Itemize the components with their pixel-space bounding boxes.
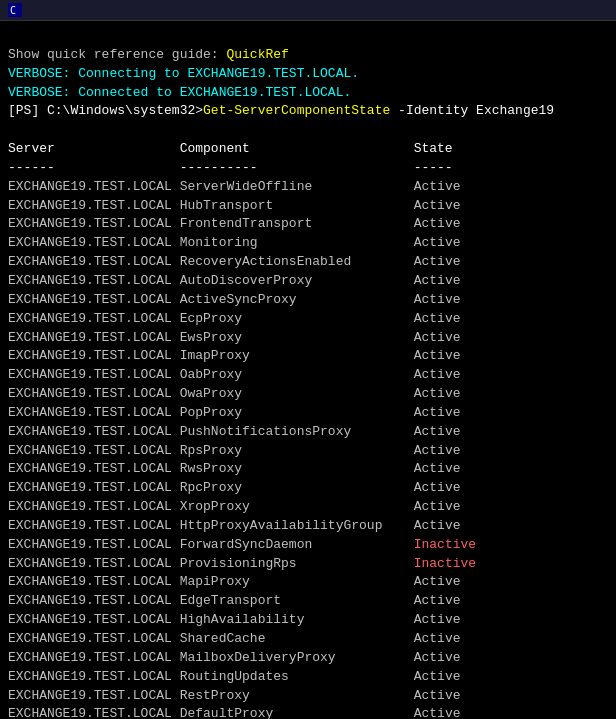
table-cell-component: EcpProxy — [180, 311, 414, 326]
table-cell-state: Inactive — [414, 537, 476, 552]
table-cell-state: Active — [414, 367, 461, 382]
table-cell-state: Active — [414, 292, 461, 307]
table-cell-state: Active — [414, 348, 461, 363]
terminal-line: EXCHANGE19.TEST.LOCAL HighAvailability A… — [8, 611, 608, 630]
terminal-line: EXCHANGE19.TEST.LOCAL OabProxy Active — [8, 366, 608, 385]
table-cell-server: EXCHANGE19.TEST.LOCAL — [8, 688, 180, 703]
table-cell-component: OabProxy — [180, 367, 414, 382]
table-cell-state: Active — [414, 235, 461, 250]
terminal-line: EXCHANGE19.TEST.LOCAL ProvisioningRps In… — [8, 555, 608, 574]
table-cell-server: EXCHANGE19.TEST.LOCAL — [8, 330, 180, 345]
table-cell-server: EXCHANGE19.TEST.LOCAL — [8, 311, 180, 326]
table-cell-component: HubTransport — [180, 198, 414, 213]
table-cell-component: MapiProxy — [180, 574, 414, 589]
table-cell-state: Active — [414, 198, 461, 213]
table-cell-server: EXCHANGE19.TEST.LOCAL — [8, 631, 180, 646]
terminal-line: Server Component State — [8, 140, 608, 159]
table-cell-state: Active — [414, 518, 461, 533]
table-cell-server: EXCHANGE19.TEST.LOCAL — [8, 179, 180, 194]
table-cell-server: EXCHANGE19.TEST.LOCAL — [8, 292, 180, 307]
table-cell-component: ProvisioningRps — [180, 556, 414, 571]
terminal-line: EXCHANGE19.TEST.LOCAL HttpProxyAvailabil… — [8, 517, 608, 536]
terminal-text: QuickRef — [226, 47, 288, 62]
table-cell-server: EXCHANGE19.TEST.LOCAL — [8, 574, 180, 589]
table-cell-server: EXCHANGE19.TEST.LOCAL — [8, 669, 180, 684]
table-cell-component: EwsProxy — [180, 330, 414, 345]
table-cell-state: Active — [414, 386, 461, 401]
terminal-line: EXCHANGE19.TEST.LOCAL MailboxDeliveryPro… — [8, 649, 608, 668]
terminal-line: EXCHANGE19.TEST.LOCAL ServerWideOffline … — [8, 178, 608, 197]
table-cell-state: Active — [414, 650, 461, 665]
table-cell-server: EXCHANGE19.TEST.LOCAL — [8, 612, 180, 627]
table-cell-server: EXCHANGE19.TEST.LOCAL — [8, 386, 180, 401]
table-cell-component: ActiveSyncProxy — [180, 292, 414, 307]
table-cell-component: RecoveryActionsEnabled — [180, 254, 414, 269]
table-cell-state: Active — [414, 593, 461, 608]
terminal-line: EXCHANGE19.TEST.LOCAL OwaProxy Active — [8, 385, 608, 404]
table-cell-component: Monitoring — [180, 235, 414, 250]
table-cell-state: Active — [414, 179, 461, 194]
table-cell-server: EXCHANGE19.TEST.LOCAL — [8, 537, 180, 552]
table-cell-state: Active — [414, 405, 461, 420]
terminal-line: EXCHANGE19.TEST.LOCAL SharedCache Active — [8, 630, 608, 649]
svg-text:C: C — [10, 5, 16, 16]
table-cell-component: ServerWideOffline — [180, 179, 414, 194]
table-cell-state: Active — [414, 612, 461, 627]
table-cell-server: EXCHANGE19.TEST.LOCAL — [8, 443, 180, 458]
terminal-line: Show quick reference guide: QuickRef — [8, 46, 608, 65]
table-cell-component: XropProxy — [180, 499, 414, 514]
table-cell-server: EXCHANGE19.TEST.LOCAL — [8, 235, 180, 250]
table-cell-component: FrontendTransport — [180, 216, 414, 231]
terminal-text: Get-ServerComponentState — [203, 103, 390, 118]
terminal-text: VERBOSE: Connected to EXCHANGE19.TEST.LO… — [8, 85, 351, 100]
table-cell-component: HttpProxyAvailabilityGroup — [180, 518, 414, 533]
terminal-line: EXCHANGE19.TEST.LOCAL EdgeTransport Acti… — [8, 592, 608, 611]
terminal-line: EXCHANGE19.TEST.LOCAL EcpProxy Active — [8, 310, 608, 329]
table-cell-state: Active — [414, 706, 461, 719]
table-cell-server: EXCHANGE19.TEST.LOCAL — [8, 405, 180, 420]
terminal-line: EXCHANGE19.TEST.LOCAL RpcProxy Active — [8, 479, 608, 498]
table-cell-state: Active — [414, 330, 461, 345]
table-cell-server: EXCHANGE19.TEST.LOCAL — [8, 650, 180, 665]
table-cell-state: Active — [414, 424, 461, 439]
terminal-line: [PS] C:\Windows\system32>Get-ServerCompo… — [8, 102, 608, 121]
table-cell-component: OwaProxy — [180, 386, 414, 401]
terminal-line: VERBOSE: Connecting to EXCHANGE19.TEST.L… — [8, 65, 608, 84]
table-cell-component: MailboxDeliveryProxy — [180, 650, 414, 665]
table-cell-server: EXCHANGE19.TEST.LOCAL — [8, 518, 180, 533]
terminal-line: VERBOSE: Connected to EXCHANGE19.TEST.LO… — [8, 84, 608, 103]
terminal-line: EXCHANGE19.TEST.LOCAL PopProxy Active — [8, 404, 608, 423]
terminal: Show quick reference guide: QuickRefVERB… — [0, 21, 616, 719]
table-cell-component: RwsProxy — [180, 461, 414, 476]
terminal-line: EXCHANGE19.TEST.LOCAL Monitoring Active — [8, 234, 608, 253]
table-cell-component: HighAvailability — [180, 612, 414, 627]
table-cell-state: Active — [414, 273, 461, 288]
table-cell-server: EXCHANGE19.TEST.LOCAL — [8, 480, 180, 495]
table-cell-server: EXCHANGE19.TEST.LOCAL — [8, 499, 180, 514]
terminal-line: ------ ---------- ----- — [8, 159, 608, 178]
terminal-line: EXCHANGE19.TEST.LOCAL EwsProxy Active — [8, 329, 608, 348]
table-header: Server Component State — [8, 141, 453, 156]
table-cell-component: RpsProxy — [180, 443, 414, 458]
terminal-text: Show quick reference guide: — [8, 47, 226, 62]
table-cell-state: Active — [414, 311, 461, 326]
table-cell-component: SharedCache — [180, 631, 414, 646]
terminal-line: EXCHANGE19.TEST.LOCAL RecoveryActionsEna… — [8, 253, 608, 272]
table-cell-component: DefaultProxy — [180, 706, 414, 719]
table-cell-component: ForwardSyncDaemon — [180, 537, 414, 552]
table-cell-server: EXCHANGE19.TEST.LOCAL — [8, 198, 180, 213]
table-cell-state: Active — [414, 480, 461, 495]
terminal-icon: C — [8, 3, 22, 17]
table-cell-component: EdgeTransport — [180, 593, 414, 608]
table-cell-component: RoutingUpdates — [180, 669, 414, 684]
terminal-line: EXCHANGE19.TEST.LOCAL XropProxy Active — [8, 498, 608, 517]
table-cell-server: EXCHANGE19.TEST.LOCAL — [8, 424, 180, 439]
terminal-line: EXCHANGE19.TEST.LOCAL ActiveSyncProxy Ac… — [8, 291, 608, 310]
table-cell-state: Active — [414, 574, 461, 589]
table-cell-component: ImapProxy — [180, 348, 414, 363]
table-cell-state: Active — [414, 254, 461, 269]
table-cell-server: EXCHANGE19.TEST.LOCAL — [8, 593, 180, 608]
table-cell-server: EXCHANGE19.TEST.LOCAL — [8, 273, 180, 288]
terminal-line: EXCHANGE19.TEST.LOCAL ForwardSyncDaemon … — [8, 536, 608, 555]
table-cell-component: RpcProxy — [180, 480, 414, 495]
